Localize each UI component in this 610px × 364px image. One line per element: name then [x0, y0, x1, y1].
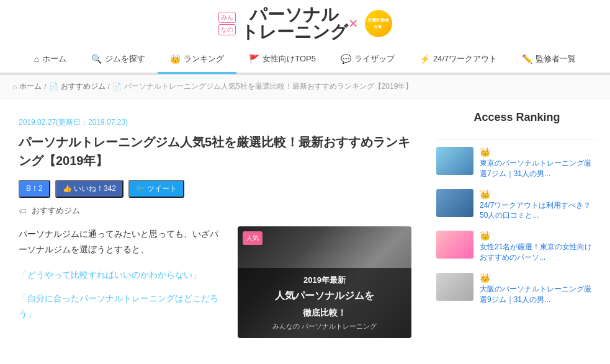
image-title: 人気パーソナルジムを — [243, 287, 406, 305]
nav-item-gym-search[interactable]: 🔍 ジムを探す — [79, 46, 158, 74]
image-brand: みんなの パーソナルトレーニング — [243, 321, 406, 333]
article-title: パーソナルトレーニングジム人気5社を厳選比較！最新おすすめランキング【2019年… — [19, 133, 411, 170]
share-tweet-button[interactable]: 🐦 ツイート — [128, 180, 184, 198]
ranking-text-3[interactable]: 女性21名が厳選！東京の女性向けおすすめのパーソ... — [480, 242, 598, 263]
ranking-medal-4: 👑 — [480, 273, 598, 283]
ranking-thumb-2 — [436, 189, 473, 217]
ranking-info-2: 👑 24/7ワークアウトは利用すべき？50人の口コミと... — [480, 189, 598, 221]
image-subtitle: 徹底比較！ — [243, 305, 406, 321]
tag-icon: 🏷 — [19, 206, 27, 216]
breadcrumb-icon2: 📄 — [112, 82, 122, 91]
breadcrumb-home-link[interactable]: ホーム — [19, 81, 42, 92]
ranking-info-4: 👑 大阪のパーソナルトレーニング厳選9ジム｜31人の男... — [480, 273, 598, 305]
popular-badge: 人気 — [243, 231, 262, 245]
article-date: 2019.02.27(更新日：2019.07.23) — [19, 117, 411, 128]
ranking-thumb-1 — [436, 147, 473, 175]
image-year: 2019年最新 — [243, 273, 406, 287]
ranking-medal-2: 👑 — [480, 189, 598, 199]
breadcrumb-category-icon: 📄 — [49, 82, 58, 91]
home-icon: ⌂ — [34, 54, 39, 64]
nav-item-supervisors[interactable]: ✏️ 監修者一覧 — [509, 46, 588, 74]
ranking-item-3[interactable]: 👑 女性21名が厳選！東京の女性向けおすすめのパーソ... — [436, 231, 598, 263]
sidebar: Access Ranking 👑 東京のパーソナルトレーニング厳選7ジム｜31人… — [430, 99, 598, 350]
breadcrumb-home-icon: ⌂ — [12, 82, 17, 91]
article-question-2[interactable]: 「自分に合ったパーソナルトレーニングはどこだろう」 — [19, 291, 225, 322]
share-buttons: B！2 👍 いいね！342 🐦 ツイート — [19, 180, 411, 198]
ranking-info-3: 👑 女性21名が厳選！東京の女性向けおすすめのパーソ... — [480, 231, 598, 263]
nav-item-women[interactable]: 🚩 女性向けTOP5 — [236, 46, 328, 74]
article-body: パーソナルジムに通ってみたいと思っても、いざパーソナルジムを選ぼうとすると、 「… — [19, 226, 411, 338]
logo-text: みん なの パーソナルトレーニング ✕ — [218, 6, 359, 41]
tag-area: 🏷 おすすめジム — [19, 205, 411, 216]
ranking-item-1[interactable]: 👑 東京のパーソナルトレーニング厳選7ジム｜31人の男... — [436, 147, 598, 179]
image-overlay: 2019年最新 人気パーソナルジムを 徹底比較！ みんなの パーソナルトレーニン… — [238, 268, 411, 338]
article-intro: パーソナルジムに通ってみたいと思っても、いざパーソナルジムを選ぼうとすると、 — [19, 226, 225, 257]
pencil-icon: ✏️ — [522, 54, 532, 64]
nav-item-247[interactable]: ⚡ 24/7ワークアウト — [407, 46, 509, 74]
ranking-icon: 👑 — [170, 54, 181, 64]
article-question-1[interactable]: 「どうやって比較すればいいのかわからない」 — [19, 267, 225, 283]
breadcrumb: ⌂ ホーム / 📄 おすすめジム / 📄 パーソナルトレーニングジム人気5社を厳… — [0, 75, 610, 99]
nav-item-ranking[interactable]: 👑 ランキング — [158, 46, 236, 74]
share-like-button[interactable]: 👍 いいね！342 — [55, 180, 123, 198]
award-badge: 月間利用者 5★ — [365, 10, 392, 37]
article-image-inner: 人気 2019年最新 人気パーソナルジムを 徹底比較！ みんなの パーソナルトレ… — [238, 226, 411, 338]
nav-list: ⌂ ホーム 🔍 ジムを探す 👑 ランキング 🚩 女性向けTOP5 💬 ライザップ… — [0, 46, 610, 74]
flag-icon: 🚩 — [249, 54, 259, 64]
logo-main: パーソナルトレーニング — [241, 6, 348, 41]
main-layout: 2019.02.27(更新日：2019.07.23) パーソナルトレーニングジム… — [0, 99, 610, 350]
ranking-text-1[interactable]: 東京のパーソナルトレーニング厳選7ジム｜31人の男... — [480, 158, 598, 179]
sidebar-divider — [436, 139, 598, 140]
article-image: 人気 2019年最新 人気パーソナルジムを 徹底比較！ みんなの パーソナルトレ… — [238, 226, 411, 338]
site-header: みん なの パーソナルトレーニング ✕ 月間利用者 5★ ⌂ ホーム 🔍 ジムを… — [0, 0, 610, 75]
article-text-left: パーソナルジムに通ってみたいと思っても、いざパーソナルジムを選ぼうとすると、 「… — [19, 226, 225, 329]
logo-cross-icon: ✕ — [348, 16, 359, 31]
article-top: パーソナルジムに通ってみたいと思っても、いざパーソナルジムを選ぼうとすると、 「… — [19, 226, 411, 338]
access-ranking-title: Access Ranking — [436, 111, 598, 129]
ranking-info-1: 👑 東京のパーソナルトレーニング厳選7ジム｜31人の男... — [480, 147, 598, 179]
ranking-text-2[interactable]: 24/7ワークアウトは利用すべき？50人の口コミと... — [480, 200, 598, 221]
main-nav: ⌂ ホーム 🔍 ジムを探す 👑 ランキング 🚩 女性向けTOP5 💬 ライザップ… — [0, 46, 610, 74]
ranking-thumb-4 — [436, 273, 473, 301]
content-area: 2019.02.27(更新日：2019.07.23) パーソナルトレーニングジム… — [12, 99, 430, 350]
ranking-medal-3: 👑 — [480, 231, 598, 241]
breadcrumb-category-link[interactable]: おすすめジム — [61, 81, 105, 92]
logo-small-bottom: なの — [218, 24, 236, 35]
ranking-item-2[interactable]: 👑 24/7ワークアウトは利用すべき？50人の口コミと... — [436, 189, 598, 221]
ranking-thumb-3 — [436, 231, 473, 259]
nav-item-rizap[interactable]: 💬 ライザップ — [328, 46, 407, 74]
chat-icon: 💬 — [341, 54, 351, 64]
ranking-medal-1: 👑 — [480, 147, 598, 157]
breadcrumb-current: パーソナルトレーニングジム人気5社を厳選比較！最新おすすめランキング【2019年… — [124, 81, 413, 92]
ranking-item-4[interactable]: 👑 大阪のパーソナルトレーニング厳選9ジム｜31人の男... — [436, 273, 598, 305]
bolt-icon: ⚡ — [419, 54, 430, 64]
tag-link[interactable]: おすすめジム — [32, 205, 80, 216]
nav-item-home[interactable]: ⌂ ホーム — [22, 46, 79, 74]
share-b-button[interactable]: B！2 — [19, 180, 50, 198]
logo-small-top: みん — [218, 12, 236, 23]
ranking-text-4[interactable]: 大阪のパーソナルトレーニング厳選9ジム｜31人の男... — [480, 284, 598, 305]
logo-area: みん なの パーソナルトレーニング ✕ 月間利用者 5★ — [0, 6, 610, 46]
search-icon: 🔍 — [91, 54, 102, 64]
